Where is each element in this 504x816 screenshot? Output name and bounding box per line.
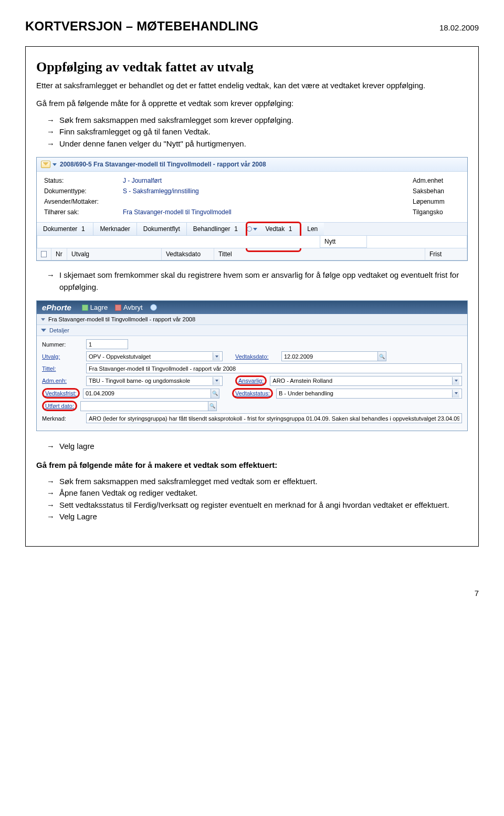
save-button[interactable]: Lagre: [82, 304, 108, 311]
detaljer-header[interactable]: Detaljer: [37, 325, 467, 336]
case-titlebar: 2008/690-5 Fra Stavanger-modell til Ting…: [37, 158, 467, 172]
tab-vedtak-group[interactable]: Vedtak 1: [247, 223, 301, 235]
tab-dokumentflyt[interactable]: Dokumentflyt: [137, 223, 187, 235]
date-input[interactable]: [80, 401, 208, 411]
dropdown-value[interactable]: [89, 352, 213, 360]
col-vedtaksdato: Vedtaksdato: [162, 248, 214, 260]
highlight-vedtaksfrist: Vedtaksfrist:: [42, 388, 80, 399]
bullet-save: Velg lagre: [47, 441, 468, 453]
cancel-label: Avbryt: [123, 304, 143, 311]
lead-1: Gå frem på følgende måte for å opprette …: [36, 98, 468, 109]
label-tilgang: Tilgangsko: [413, 208, 460, 216]
screenshot-ephorte-form: ePhorte Lagre Avbryt Fra Stavanger-model…: [36, 300, 468, 431]
date-utfort[interactable]: [80, 401, 217, 411]
content-frame: Oppfølging av vedtak fattet av utvalg Et…: [25, 46, 479, 547]
tab-len[interactable]: Len: [301, 223, 324, 235]
date-input[interactable]: [83, 389, 211, 399]
input-nummer[interactable]: [86, 339, 128, 349]
highlight-vedtakstatus: Vedtakstatus:: [232, 388, 273, 399]
dropdown-value[interactable]: [279, 390, 452, 397]
pin-icon[interactable]: [247, 226, 252, 232]
chevron-down-icon[interactable]: [213, 377, 220, 385]
date-input[interactable]: [281, 351, 378, 361]
chevron-down-icon[interactable]: [253, 228, 257, 231]
dropdown-utvalg[interactable]: [86, 351, 223, 361]
dropdown-vedtakstatus[interactable]: [276, 389, 462, 399]
dropdown-value[interactable]: [89, 377, 213, 385]
case-fields: Status: J - Journalført Adm.enhet Dokume…: [37, 172, 467, 222]
cancel-icon: [115, 305, 121, 311]
ephorte-subtitle-bar: Fra Stavanger-modell til Tingvollmodell …: [37, 314, 467, 325]
label-vedtaksfrist: Vedtaksfrist:: [45, 390, 77, 396]
tab-label: Len: [307, 225, 318, 233]
intro-text: Etter at saksframlegget er behandlet og …: [36, 80, 468, 91]
vedtak-grid-header: Nr Utvalg Vedtaksdato Tittel Frist: [37, 248, 467, 260]
chevron-down-icon[interactable]: [452, 390, 459, 397]
col-checkbox[interactable]: [37, 248, 51, 260]
search-icon[interactable]: [211, 389, 219, 399]
label-avsender: Avsender/Mottaker:: [44, 198, 118, 205]
tab-label: Behandlinger: [193, 225, 230, 233]
ephorte-toolbar: ePhorte Lagre Avbryt: [37, 301, 467, 314]
search-icon[interactable]: [378, 351, 386, 361]
label-admenh: Adm.enh:: [42, 378, 83, 384]
tab-label: Dokumentflyt: [143, 225, 180, 233]
help-icon[interactable]: [150, 304, 157, 311]
label-vedtaksdato: Vedtaksdato:: [235, 353, 278, 360]
bullet: Under denne fanen velger du "Nytt" på hu…: [47, 138, 468, 150]
bullet: Velg Lagre: [47, 511, 468, 523]
doc-title: KORTVERSJON – MØTEBEHANDLING: [25, 19, 258, 34]
bullet: Velg lagre: [47, 441, 468, 453]
screenshot-case-panel: 2008/690-5 Fra Stavanger-modell til Ting…: [36, 157, 468, 261]
cancel-button[interactable]: Avbryt: [115, 304, 143, 311]
search-icon[interactable]: [208, 401, 217, 411]
label-tilhorer: Tilhører sak:: [44, 208, 118, 216]
value-status: J - Journalført: [123, 177, 407, 184]
bullet: Sett vedtaksstatus til Ferdig/Iverksatt …: [47, 499, 468, 511]
tab-dokumenter[interactable]: Dokumenter 1: [37, 223, 93, 235]
chevron-down-icon[interactable]: [213, 352, 220, 360]
bullet-list-2: Søk frem saksmappen med saksframlegget m…: [47, 476, 468, 523]
save-label: Lagre: [90, 304, 108, 311]
dropdown-admenh[interactable]: [86, 376, 223, 386]
col-frist: Frist: [425, 248, 467, 260]
ephorte-form: Nummer: Utvalg: Vedtaksdato: Tittel:: [37, 336, 467, 431]
dropdown-ansvarlig[interactable]: [270, 376, 462, 386]
label-nummer: Nummer:: [42, 341, 83, 348]
label-merknad: Merknad:: [42, 415, 83, 422]
case-tabs: Dokumenter 1 Merknader Dokumentflyt Beha…: [37, 222, 467, 236]
dropdown-value[interactable]: [272, 377, 452, 385]
chevron-down-icon[interactable]: [52, 163, 57, 166]
tab-label: Merknader: [100, 225, 130, 233]
value-doktype: S - Saksframlegg/innstilling: [123, 187, 407, 195]
section-heading: Oppfølging av vedtak fattet av utvalg: [36, 59, 468, 75]
col-tittel: Tittel: [214, 248, 425, 260]
chevron-down-icon[interactable]: [41, 318, 45, 321]
date-vedtaksdato[interactable]: [281, 351, 386, 361]
ephorte-subtitle: Fra Stavanger-modell til Tingvollmodell …: [48, 316, 195, 322]
detaljer-label: Detaljer: [49, 327, 69, 333]
label-vedtakstatus: Vedtakstatus:: [235, 390, 270, 396]
col-nr: Nr: [51, 248, 67, 260]
value-tilhorer: Fra Stavanger-modell til Tingvollmodell: [123, 208, 407, 216]
chevron-down-icon[interactable]: [452, 377, 459, 385]
checkbox-icon[interactable]: [41, 251, 47, 257]
bullet: Åpne fanen Vedtak og rediger vedtaket.: [47, 487, 468, 499]
value-avsender: [123, 198, 407, 205]
tab-merknader[interactable]: Merknader: [93, 223, 136, 235]
menu-item-nytt[interactable]: Nytt: [320, 236, 367, 248]
case-title: 2008/690-5 Fra Stavanger-modell til Ting…: [60, 161, 266, 168]
bullet: Søk frem saksmappen med saksframlegget s…: [47, 114, 468, 127]
tab-label: Dokumenter: [43, 225, 77, 233]
input-tittel[interactable]: [86, 363, 462, 373]
bullet: I skjemaet som fremkommer skal du regist…: [47, 269, 468, 293]
date-vedtaksfrist[interactable]: [83, 389, 219, 399]
label-admenhet: Adm.enhet: [413, 177, 460, 184]
bullet: Søk frem saksmappen med saksframlegget m…: [47, 476, 468, 488]
label-doktype: Dokumenttype:: [44, 187, 118, 195]
tab-count: 1: [233, 225, 240, 233]
input-merknad[interactable]: [86, 413, 462, 423]
tab-behandlinger[interactable]: Behandlinger 1: [187, 223, 247, 235]
page-number: 7: [25, 589, 479, 598]
doc-date: 18.02.2009: [439, 23, 479, 32]
